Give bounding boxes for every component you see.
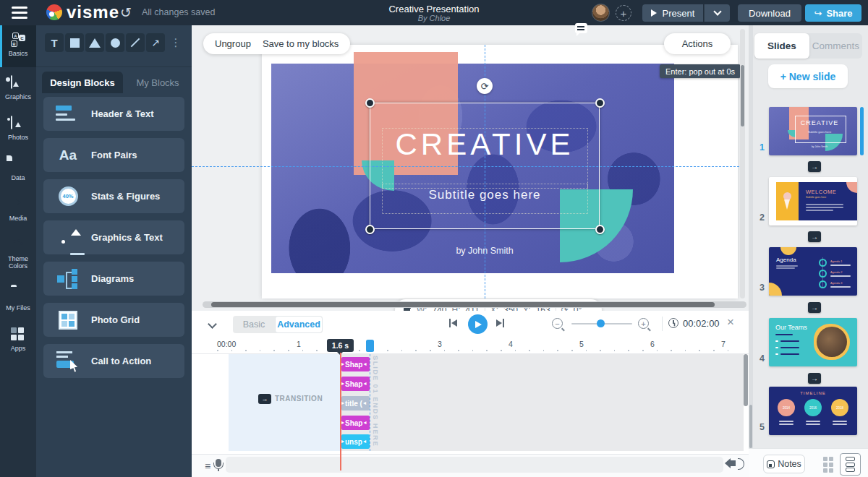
line-tool-button[interactable] bbox=[126, 33, 145, 52]
tab-comments[interactable]: Comments bbox=[809, 33, 862, 59]
canvas-horizontal-scrollbar-thumb[interactable] bbox=[211, 302, 715, 307]
present-options-dropdown[interactable] bbox=[704, 4, 730, 22]
tab-basic[interactable]: Basic bbox=[233, 316, 275, 333]
slide-transition-icon[interactable]: → bbox=[808, 302, 821, 313]
hamburger-menu-icon[interactable] bbox=[12, 7, 27, 19]
sidebar-item-graphics[interactable]: Graphics bbox=[0, 70, 36, 110]
sidebar-item-my-files[interactable]: My Files bbox=[0, 281, 36, 321]
slides-panel-scrollbar[interactable] bbox=[749, 25, 753, 477]
visme-logo-icon[interactable] bbox=[46, 4, 62, 20]
sidebar-item-data[interactable]: Data bbox=[0, 151, 36, 191]
block-graphics-text[interactable]: Graphics & Text bbox=[43, 220, 184, 254]
share-button[interactable]: ↪ Share bbox=[805, 4, 861, 22]
selection-handle-top-left[interactable] bbox=[365, 98, 375, 108]
selection-handle-bottom-left[interactable] bbox=[365, 225, 375, 234]
playhead-line[interactable] bbox=[340, 353, 341, 470]
more-tools-button[interactable]: ⋮ bbox=[166, 33, 185, 52]
canvas-vertical-scrollbar-thumb[interactable] bbox=[741, 65, 744, 126]
slide-byline-text[interactable]: by John Smith bbox=[333, 246, 637, 256]
triangle-shape-button[interactable] bbox=[85, 33, 104, 52]
tab-advanced[interactable]: Advanced bbox=[275, 316, 323, 333]
clip-right-handle[interactable]: ◂ bbox=[363, 377, 366, 391]
slide-transition-icon[interactable]: → bbox=[808, 231, 821, 242]
block-stats-figures[interactable]: 40% Stats & Figures bbox=[43, 179, 184, 213]
slide-duration-region[interactable] bbox=[229, 354, 340, 451]
transition-icon[interactable]: → bbox=[258, 394, 271, 404]
timeline-clip-shape-1[interactable]: ▸Shap◂ bbox=[341, 357, 370, 371]
collapse-timeline-icon[interactable] bbox=[208, 319, 217, 329]
sidebar-item-apps[interactable]: Apps bbox=[0, 322, 36, 361]
ungroup-button[interactable]: Ungroup bbox=[215, 38, 251, 49]
arrow-tool-button[interactable]: ↗ bbox=[146, 33, 165, 52]
slide-thumbnail-4[interactable]: Our Teams bbox=[769, 318, 857, 366]
tab-design-blocks[interactable]: Design Blocks bbox=[42, 72, 123, 93]
selection-box[interactable] bbox=[370, 103, 600, 229]
user-avatar[interactable] bbox=[592, 4, 610, 22]
timeline-zoom-in-icon[interactable]: + bbox=[638, 318, 649, 329]
timeline-clip-shape-3[interactable]: ▸Shap◂ bbox=[341, 416, 370, 430]
undo-icon[interactable]: ↺ bbox=[120, 4, 132, 21]
comments-icon[interactable] bbox=[575, 23, 587, 33]
skip-to-start-button[interactable] bbox=[448, 319, 459, 329]
clip-right-handle[interactable]: ◂ bbox=[363, 396, 366, 411]
sidebar-item-photos[interactable]: Photos bbox=[0, 111, 36, 150]
tab-my-blocks[interactable]: My Blocks bbox=[129, 72, 187, 93]
square-shape-button[interactable] bbox=[65, 33, 84, 52]
voiceover-track[interactable] bbox=[226, 457, 723, 473]
text-tool-button[interactable]: T bbox=[45, 33, 64, 52]
clip-left-handle[interactable]: ▸ bbox=[341, 434, 344, 449]
selection-handle-bottom-right[interactable] bbox=[595, 225, 605, 234]
block-header-text[interactable]: Header & Text bbox=[43, 97, 184, 131]
slide-transition-icon[interactable]: → bbox=[808, 373, 821, 384]
timeline-clip-image[interactable]: ▸unsp◂ bbox=[341, 434, 370, 449]
clip-right-handle[interactable]: ◂ bbox=[363, 357, 366, 371]
notes-button[interactable]: Notes bbox=[763, 455, 805, 473]
microphone-icon[interactable] bbox=[216, 459, 221, 467]
clip-left-handle[interactable]: ▸ bbox=[341, 357, 344, 371]
add-collaborator-icon[interactable]: + bbox=[616, 5, 631, 21]
list-view-button[interactable] bbox=[840, 453, 861, 476]
tab-slides[interactable]: Slides bbox=[754, 33, 809, 59]
close-timeline-icon[interactable]: × bbox=[727, 315, 734, 330]
sidebar-item-media[interactable]: Media bbox=[0, 192, 36, 231]
block-font-pairs[interactable]: Aa Font Pairs bbox=[43, 138, 184, 172]
playhead-handle[interactable] bbox=[366, 340, 374, 352]
new-slide-button[interactable]: + New slide bbox=[768, 64, 848, 88]
block-diagrams[interactable]: Diagrams bbox=[43, 262, 184, 296]
document-title[interactable]: Creative Presentation bbox=[326, 4, 542, 14]
timeline-clip-title[interactable]: ▸title (◂ bbox=[341, 396, 370, 411]
skip-to-end-button[interactable] bbox=[495, 319, 506, 329]
notes-list-icon[interactable]: ≡ bbox=[205, 460, 210, 472]
block-photo-grid[interactable]: Photo Grid bbox=[43, 303, 184, 337]
play-button[interactable] bbox=[468, 314, 488, 334]
clip-right-handle[interactable]: ◂ bbox=[363, 434, 366, 449]
block-call-to-action[interactable]: Call to Action bbox=[43, 344, 184, 378]
timeline-zoom-handle[interactable] bbox=[597, 319, 605, 327]
clip-left-handle[interactable]: ▸ bbox=[341, 377, 344, 391]
sidebar-item-basics[interactable]: A C B Basics bbox=[0, 25, 36, 67]
slide-thumbnail-3[interactable]: Agenda Agenda 1 Agenda 2 Agenda 3 bbox=[769, 247, 857, 296]
clip-right-handle[interactable]: ◂ bbox=[363, 416, 366, 430]
slide-thumbnail-5[interactable]: TIMELINE 2014 2016 2018 bbox=[769, 387, 857, 435]
slide-transition-icon[interactable]: → bbox=[808, 161, 821, 172]
actions-button[interactable]: Actions bbox=[664, 33, 731, 54]
circle-shape-button[interactable] bbox=[106, 33, 124, 52]
selection-handle-top-right[interactable] bbox=[595, 98, 605, 108]
speaker-icon[interactable] bbox=[730, 460, 736, 466]
sidebar-item-theme-colors[interactable]: Theme Colors bbox=[0, 232, 36, 280]
timeline-ruler[interactable]: 00:00 1 2 3 4 5 6 7 bbox=[192, 338, 749, 354]
timeline-clip-shape-2[interactable]: ▸Shap◂ bbox=[341, 377, 370, 391]
clip-left-handle[interactable]: ▸ bbox=[341, 416, 344, 430]
slide-thumbnail-2[interactable]: WELCOME Subtitle goes here bbox=[769, 177, 857, 225]
timeline-empty-region[interactable] bbox=[340, 354, 744, 451]
download-button[interactable]: Download bbox=[738, 4, 801, 22]
clip-left-handle[interactable]: ▸ bbox=[341, 396, 344, 411]
rotate-handle[interactable]: ⟳ bbox=[477, 78, 493, 94]
timeline-scrollbar-thumb[interactable] bbox=[744, 354, 748, 406]
present-button[interactable]: Present bbox=[642, 4, 703, 22]
visme-logo-wordmark[interactable]: visme bbox=[67, 2, 119, 22]
slide-thumbnail-1[interactable]: CREATIVE Subtitle goes here by John Smit… bbox=[769, 107, 857, 155]
grid-view-button[interactable] bbox=[817, 453, 838, 476]
timeline-zoom-out-icon[interactable]: − bbox=[552, 318, 563, 329]
save-to-my-blocks-button[interactable]: Save to my blocks bbox=[263, 38, 339, 49]
